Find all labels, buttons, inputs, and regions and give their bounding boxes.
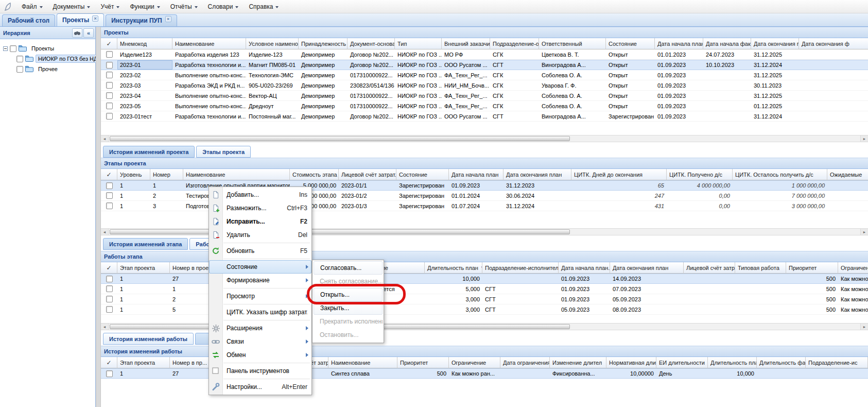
row-checkbox[interactable] — [106, 306, 113, 313]
column-header-Этап проекта[interactable]: Этап проекта — [117, 357, 170, 368]
node-checkbox[interactable] — [16, 56, 23, 62]
scroll-right-icon[interactable]: ► — [860, 229, 868, 235]
menubar-item-Справка[interactable]: Справка — [244, 0, 284, 13]
column-header-Длительность план[interactable]: Длительность план▼ — [425, 262, 482, 274]
column-header-Лицевой счёт затрат.[interactable]: Лицевой счёт затрат. — [339, 169, 396, 180]
column-header-Дата окончания план[interactable]: Дата окончания план — [610, 262, 684, 274]
menu-item-Удалить[interactable]: УдалитьDel — [209, 228, 311, 242]
row-checkbox[interactable] — [106, 62, 113, 69]
column-header-Дата ограничения[interactable]: Дата ограничения — [500, 357, 550, 368]
column-header-Длительность пла[interactable]: Длительность пла — [708, 357, 757, 368]
scroll-left-icon[interactable]: ◄ — [101, 324, 109, 330]
menu-item-Обновить[interactable]: ОбновитьF5 — [209, 244, 311, 258]
menu-item-ЦИТК. Указать шифр затрат...[interactable]: ЦИТК. Указать шифр затрат... — [209, 306, 311, 319]
select-all-column-header[interactable]: ✓ — [101, 38, 117, 49]
tree-node-Прочее[interactable]: Прочее — [1, 64, 94, 74]
row-checkbox[interactable] — [106, 182, 113, 189]
row-checkbox[interactable] — [106, 276, 113, 282]
column-header-Документ-основан[interactable]: Документ-основан — [348, 38, 395, 49]
menu-item-Обмен[interactable]: Обмен — [209, 348, 311, 362]
row-checkbox[interactable] — [106, 92, 113, 99]
tab-Рабочий стол[interactable]: Рабочий стол — [2, 14, 55, 26]
scrollbar-thumb[interactable] — [110, 229, 570, 234]
column-header-Приоритет[interactable]: Приоритет — [786, 262, 838, 274]
menu-item-Настройки...[interactable]: Настройки...Alt+Enter — [209, 380, 311, 394]
menubar-item-Файл[interactable]: Файл — [16, 0, 48, 13]
menu-item-Размножить...[interactable]: Размножить...Ctrl+F3 — [209, 201, 311, 215]
table-row[interactable]: 2023-02Выполнение опытно-конс...Технолог… — [101, 70, 868, 80]
search-icon[interactable] — [72, 28, 82, 38]
column-header-Мнемокод[interactable]: Мнемокод — [117, 38, 172, 49]
row-checkbox[interactable] — [106, 370, 113, 377]
column-header-ЕИ длительности[interactable]: ЕИ длительности — [656, 357, 708, 368]
menu-item-Добавить...[interactable]: Добавить...Ins — [209, 188, 311, 201]
select-all-column-header[interactable]: ✓ — [101, 262, 117, 274]
tree-node-НИОКР по ГОЗ без НДС[interactable]: НИОКР по ГОЗ без НДС — [1, 54, 94, 64]
column-header-Дата начала план.[interactable]: Дата начала план. — [655, 38, 703, 49]
column-header-Приоритет[interactable]: Приоритет — [397, 357, 449, 368]
scroll-left-icon[interactable]: ◄ — [101, 229, 109, 235]
scroll-left-icon[interactable]: ◄ — [101, 135, 109, 142]
table-row[interactable]: 2023-03Разработка ЭКД и РКД н...905-U020… — [101, 80, 868, 91]
column-header-Стоимость этапа[interactable]: Стоимость этапа — [290, 169, 339, 180]
column-header-ЦИТК. Осталось получить д/с[interactable]: ЦИТК. Осталось получить д/с — [733, 169, 827, 180]
subtab-История изменений этапа[interactable]: История изменений этапа — [103, 238, 188, 250]
menubar-item-Функции[interactable]: Функции — [125, 0, 165, 13]
column-header-Ограничение[interactable]: Ограничение — [838, 262, 868, 274]
menubar-item-Документы[interactable]: Документы — [48, 0, 96, 13]
column-header-Принадлежность[interactable]: Принадлежность — [299, 38, 348, 49]
select-all-column-header[interactable]: ✓ — [101, 357, 117, 368]
table-row[interactable]: 2023-01Разработка технологии и...Магнит … — [101, 60, 868, 70]
row-checkbox[interactable] — [106, 51, 113, 58]
column-header-Уровень[interactable]: Уровень — [117, 169, 150, 180]
tab-Инструкции ПУП[interactable]: Инструкции ПУП× — [106, 14, 177, 26]
column-header-Номер[interactable]: Номер — [150, 169, 183, 180]
menu-item-Расширения[interactable]: Расширения — [209, 321, 311, 335]
node-checkbox[interactable] — [16, 66, 23, 73]
column-header-Типовая работа[interactable]: Типовая работа — [735, 262, 786, 274]
row-checkbox[interactable] — [106, 285, 113, 292]
menubar-item-Отчёты[interactable]: Отчёты — [165, 0, 203, 13]
row-checkbox[interactable] — [106, 192, 113, 199]
column-header-Условное наименова[interactable]: Условное наименова — [246, 38, 299, 49]
table-row[interactable]: 2023-01тестРазработка технологии и...Пос… — [101, 111, 868, 122]
row-checkbox[interactable] — [106, 202, 113, 209]
collapse-node-icon[interactable] — [3, 46, 8, 51]
column-header-Дата окончания ф[interactable]: Дата окончания ф — [799, 38, 868, 49]
column-header-Наименование[interactable]: Наименование — [172, 38, 246, 49]
panel-splitter[interactable] — [96, 27, 101, 407]
column-header-Этап проекта[interactable]: Этап проекта — [117, 262, 170, 274]
row-checkbox[interactable] — [106, 113, 113, 120]
column-header-Состояние[interactable]: Состояние — [606, 38, 655, 49]
column-header-Состояние[interactable]: Состояние — [396, 169, 449, 180]
column-header-Нормативная длит[interactable]: Нормативная длит — [606, 357, 656, 368]
column-header-Наименование[interactable]: Наименование — [183, 169, 290, 180]
column-header-ЦИТК. Получено д/с[interactable]: ЦИТК. Получено д/с — [667, 169, 733, 180]
submenu-item-Согласовать...[interactable]: Согласовать... — [314, 261, 383, 275]
column-header-Ограничение[interactable]: Ограничение — [449, 357, 500, 368]
menu-item-Формирование[interactable]: Формирование — [209, 274, 311, 287]
table-row[interactable]: 2023-05Выполнение опытно-конс...Дредноут… — [101, 101, 868, 111]
column-header-Ответственный[interactable]: Ответственный — [539, 38, 606, 49]
column-header-Лицевой счёт затр[interactable]: Лицевой счёт затр — [684, 262, 735, 274]
column-header-Ожидаемые[interactable]: Ожидаемые — [827, 169, 868, 180]
column-header-Дата начала план[interactable]: Дата начала план — [449, 169, 504, 180]
scroll-right-icon[interactable]: ► — [860, 324, 868, 330]
tree-node-Проекты[interactable]: Проекты — [1, 43, 94, 54]
menu-item-Исправить...[interactable]: Исправить...F2 — [209, 215, 311, 228]
menu-item-Просмотр[interactable]: Просмотр — [209, 290, 311, 303]
close-icon[interactable]: × — [165, 16, 171, 22]
menu-item-Связи[interactable]: Связи — [209, 335, 311, 348]
column-header-Дата начала факт.[interactable]: Дата начала факт. — [703, 38, 751, 49]
subtab-История изменений работы[interactable]: История изменений работы — [103, 333, 194, 345]
subtab-История изменений проекта[interactable]: История изменений проекта — [103, 146, 195, 158]
column-header-Дата начала план.[interactable]: Дата начала план. — [559, 262, 610, 274]
table-row[interactable]: 2023-04Выполнение опытно-конс...Вектор-А… — [101, 91, 868, 101]
projects-h-scrollbar[interactable]: ◄ ► — [101, 135, 868, 142]
scrollbar-thumb[interactable] — [110, 136, 570, 141]
column-header-Подразделение-ис[interactable]: Подразделение-ис — [806, 357, 868, 368]
row-checkbox[interactable] — [106, 72, 113, 78]
column-header-ЦИТК. Дней до окончания[interactable]: ЦИТК. Дней до окончания — [571, 169, 667, 180]
menubar-item-Учёт[interactable]: Учёт — [95, 0, 125, 13]
node-checkbox[interactable] — [10, 45, 16, 52]
